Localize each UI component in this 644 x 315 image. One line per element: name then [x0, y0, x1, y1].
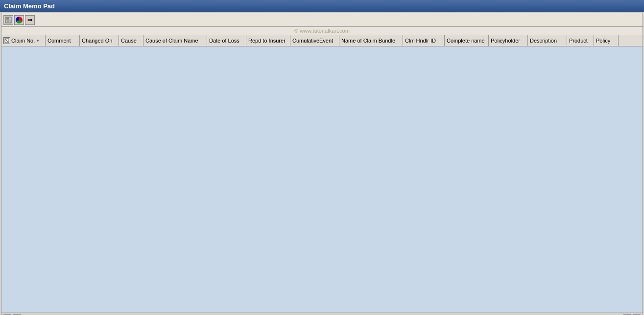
arrow-icon: ⇒ [27, 17, 32, 23]
col-label-date-of-loss: Date of Loss [209, 38, 239, 44]
col-label-complete-name: Complete name [447, 38, 485, 44]
color-button[interactable] [14, 15, 24, 25]
col-label-policyholder: Policyholder [491, 38, 520, 44]
svg-rect-1 [6, 17, 9, 20]
col-header-complete-name: Complete name [445, 35, 489, 46]
col-header-name-of-claim-bundle: Name of Claim Bundle [339, 35, 403, 46]
col-label-cause-of-claim-name: Cause of Claim Name [145, 38, 198, 44]
bottom-bar: ◄ ► ◄ ► [1, 313, 643, 315]
col-label-repd-to-insurer: Repd to Insurer [248, 38, 286, 44]
col-label-name-of-claim-bundle: Name of Claim Bundle [341, 38, 395, 44]
col-label-policy: Policy [596, 38, 610, 44]
sort-arrow-icon: ▼ [36, 39, 40, 43]
col-header-policyholder: Policyholder [489, 35, 528, 46]
table-container: Claim No. ▼ Comment Changed On Cause Cau… [1, 35, 643, 313]
col-header-changed-on: Changed On [80, 35, 119, 46]
svg-rect-3 [7, 21, 9, 22]
app-title: Claim Memo Pad [4, 2, 55, 10]
col-label-cause: Cause [121, 38, 137, 44]
col-label-product: Product [569, 38, 588, 44]
col-header-cause-of-claim-name: Cause of Claim Name [143, 35, 207, 46]
col-header-clm-hndlr-id: Clm Hndlr ID [403, 35, 445, 46]
main-window: ⇒ © www.tutorialkart.com Claim No. ▼ Com… [1, 13, 643, 315]
col-label-description: Description [530, 38, 557, 44]
col-header-comment: Comment [46, 35, 80, 46]
arrow-button[interactable]: ⇒ [25, 15, 35, 25]
watermark-text: © www.tutorialkart.com [294, 28, 350, 34]
col-label-comment: Comment [48, 38, 71, 44]
col-label-cumulative-event: CumulativeEvent [292, 38, 333, 44]
col-header-date-of-loss: Date of Loss [207, 35, 246, 46]
title-bar: Claim Memo Pad [0, 0, 644, 12]
col-header-claim-no: Claim No. ▼ [1, 35, 46, 46]
toolbar: ⇒ [1, 13, 643, 27]
table-body [1, 46, 643, 313]
col-header-repd-to-insurer: Repd to Insurer [246, 35, 290, 46]
table-header: Claim No. ▼ Comment Changed On Cause Cau… [1, 35, 643, 46]
col-header-product: Product [567, 35, 594, 46]
col-label-clm-hndlr-id: Clm Hndlr ID [405, 38, 436, 44]
circle-icon [16, 17, 23, 23]
col-label-claim-no: Claim No. [11, 38, 35, 44]
col-header-cumulative-event: CumulativeEvent [290, 35, 339, 46]
watermark-bar: © www.tutorialkart.com [1, 27, 643, 35]
col-header-policy: Policy [594, 35, 619, 46]
col-header-description: Description [528, 35, 567, 46]
svg-line-5 [5, 39, 9, 43]
col-header-cause: Cause [119, 35, 143, 46]
col-label-changed-on: Changed On [82, 38, 112, 44]
save-button[interactable] [3, 15, 13, 25]
row-selector-icon[interactable] [3, 37, 10, 44]
